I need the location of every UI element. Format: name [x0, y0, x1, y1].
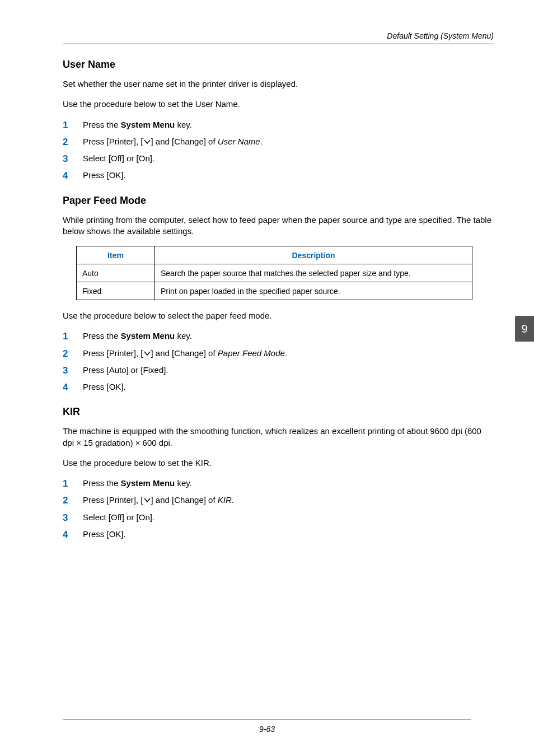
table-cell: Print on paper loaded in the specified p…	[155, 282, 472, 300]
para: Use the procedure below to set the User …	[63, 99, 494, 110]
chapter-index-tab: 9	[515, 316, 534, 342]
heading-user-name: User Name	[63, 59, 494, 71]
options-table: Item Description Auto Search the paper s…	[76, 246, 472, 300]
table-cell: Search the paper source that matches the…	[155, 264, 472, 282]
steps-paper-feed-mode: Press the System Menu key. Press [Printe…	[63, 330, 494, 393]
table-header-item: Item	[77, 246, 155, 264]
para: Set whether the user name set in the pri…	[63, 78, 494, 90]
step: Press [OK].	[63, 529, 494, 540]
steps-kir: Press the System Menu key. Press [Printe…	[63, 478, 494, 540]
running-head: Default Setting (System Menu)	[63, 31, 494, 44]
table-header-description: Description	[155, 246, 472, 264]
step: Press [OK].	[63, 381, 494, 393]
para: While printing from the computer, select…	[63, 214, 494, 237]
table-row: Auto Search the paper source that matche…	[77, 264, 472, 282]
footer-rule	[63, 720, 471, 720]
page-number: 9-63	[259, 725, 275, 734]
step: Press the System Menu key.	[63, 330, 494, 342]
para: Use the procedure below to set the KIR.	[63, 458, 494, 469]
step: Select [Off] or [On].	[63, 512, 494, 523]
section-paper-feed-mode: Paper Feed Mode While printing from the …	[63, 195, 494, 393]
heading-kir: KIR	[63, 406, 494, 418]
page-footer: 9-63	[0, 720, 534, 734]
step: Press [Auto] or [Fixed].	[63, 365, 494, 376]
para: Use the procedure below to select the pa…	[63, 310, 494, 321]
step: Press [Printer], [] and [Change] of KIR.	[63, 494, 494, 506]
table-cell: Auto	[77, 264, 155, 282]
step: Press [Printer], [] and [Change] of Pape…	[63, 348, 494, 359]
step: Press the System Menu key.	[63, 478, 494, 489]
para: The machine is equipped with the smoothi…	[63, 426, 494, 449]
step: Select [Off] or [On].	[63, 153, 494, 164]
steps-user-name: Press the System Menu key. Press [Printe…	[63, 119, 494, 181]
step: Press the System Menu key.	[63, 119, 494, 130]
table-row: Fixed Print on paper loaded in the speci…	[77, 282, 472, 300]
heading-paper-feed-mode: Paper Feed Mode	[63, 195, 494, 207]
section-user-name: User Name Set whether the user name set …	[63, 59, 494, 181]
section-kir: KIR The machine is equipped with the smo…	[63, 406, 494, 540]
step: Press [Printer], [] and [Change] of User…	[63, 136, 494, 147]
table-cell: Fixed	[77, 282, 155, 300]
step: Press [OK].	[63, 170, 494, 181]
